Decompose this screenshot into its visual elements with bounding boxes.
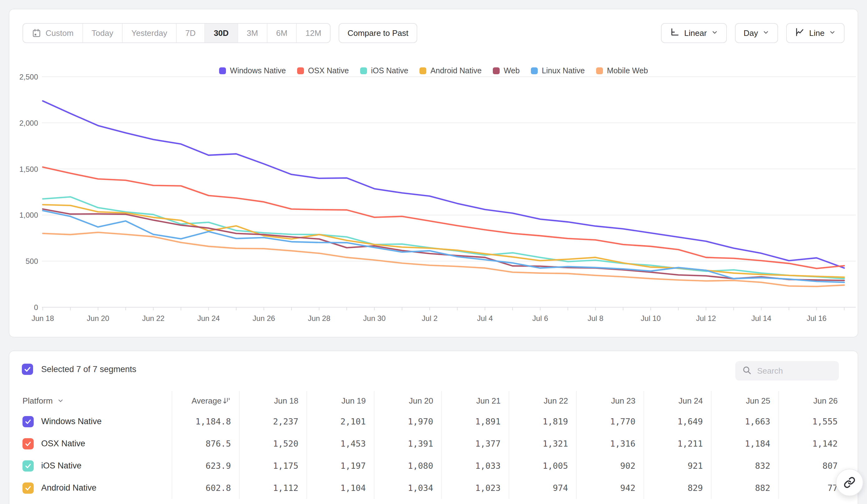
segment-checkbox[interactable] (22, 416, 34, 427)
table-value-cell: 1,520 (239, 432, 307, 455)
platform-row-label-cell: iOS Native (22, 455, 172, 477)
calendar-icon (32, 29, 41, 38)
legend-swatch (297, 67, 304, 74)
date-range-controls: CustomTodayYesterday7D30D3M6M12M Compare… (22, 23, 417, 43)
svg-text:2,000: 2,000 (19, 119, 38, 127)
column-header-label: Jun 18 (274, 396, 298, 406)
range-30d-button[interactable]: 30D (204, 24, 237, 42)
column-header-label: Jun 24 (678, 396, 703, 406)
platform-name: iOS Native (41, 461, 82, 471)
chevron-down-icon (829, 29, 836, 38)
date-column-header[interactable]: Jun 26 (778, 391, 846, 410)
range-3m-button[interactable]: 3M (237, 24, 267, 42)
svg-text:Jun 20: Jun 20 (87, 314, 109, 322)
chevron-down-icon (711, 29, 718, 38)
svg-text:Jul 10: Jul 10 (641, 314, 661, 322)
scale-dropdown[interactable]: Linear (661, 23, 727, 43)
svg-text:Jul 12: Jul 12 (696, 314, 716, 322)
select-all-checkbox[interactable] (22, 364, 33, 375)
table-value-cell: 974 (509, 477, 576, 499)
date-column-header[interactable]: Jun 24 (643, 391, 711, 410)
table-value-cell: 1,175 (239, 455, 307, 477)
compare-to-past-label: Compare to Past (347, 29, 408, 38)
segments-panel: Selected 7 of 7 segments PlatformAverage… (9, 351, 858, 504)
selected-segments-label: Selected 7 of 7 segments (41, 364, 136, 374)
chart-type-dropdown-label: Line (809, 29, 825, 38)
range-yesterday-button[interactable]: Yesterday (122, 24, 176, 42)
svg-text:Jun 26: Jun 26 (253, 314, 275, 322)
chart-panel: CustomTodayYesterday7D30D3M6M12M Compare… (9, 9, 858, 338)
date-range-segmented-control: CustomTodayYesterday7D30D3M6M12M (22, 23, 331, 43)
table-value-cell: 1,033 (441, 455, 509, 477)
column-header-label: Jun 21 (476, 396, 501, 406)
svg-text:Jun 24: Jun 24 (197, 314, 220, 322)
interval-dropdown[interactable]: Day (735, 23, 778, 43)
date-column-header[interactable]: Jun 23 (576, 391, 643, 410)
chart-toolbar: CustomTodayYesterday7D30D3M6M12M Compare… (22, 23, 845, 43)
table-value-cell: 1,034 (374, 477, 441, 499)
segment-checkbox[interactable] (22, 482, 34, 494)
range-7d-button[interactable]: 7D (176, 24, 204, 42)
date-column-header[interactable]: Jun 22 (509, 391, 576, 410)
segment-checkbox[interactable] (22, 460, 34, 472)
average-column-header[interactable]: Average (172, 391, 239, 410)
axis-linear-icon (670, 27, 680, 39)
segment-checkbox[interactable] (22, 438, 34, 449)
table-value-cell: 1,211 (643, 432, 711, 455)
svg-text:1,000: 1,000 (19, 211, 38, 219)
svg-text:1,500: 1,500 (19, 165, 38, 173)
table-value-cell: 1,321 (509, 432, 576, 455)
svg-text:Jul 2: Jul 2 (422, 314, 438, 322)
range-label: 6M (276, 29, 287, 38)
table-value-cell: 602.8 (172, 477, 239, 499)
legend-swatch (493, 67, 500, 74)
platform-column-header[interactable]: Platform (22, 391, 172, 410)
range-label: Custom (45, 29, 74, 38)
svg-text:0: 0 (34, 303, 38, 311)
table-value-cell: 832 (711, 455, 778, 477)
segments-header-row: Selected 7 of 7 segments (22, 364, 136, 375)
segments-search[interactable] (735, 361, 839, 381)
table-value-cell: 807 (778, 455, 846, 477)
date-column-header[interactable]: Jun 19 (307, 391, 374, 410)
date-column-header[interactable]: Jun 25 (711, 391, 778, 410)
svg-text:Jun 18: Jun 18 (32, 314, 54, 322)
link-icon (844, 476, 855, 489)
column-header-label: Jun 23 (611, 396, 635, 406)
column-header-label: Jun 25 (746, 396, 770, 406)
legend-swatch (360, 67, 367, 74)
sort-descending-icon (223, 397, 231, 405)
range-label: 30D (214, 29, 229, 38)
range-label: Today (92, 29, 113, 38)
range-label: Yesterday (131, 29, 167, 38)
table-value-cell: 1,184.8 (172, 410, 239, 432)
range-today-button[interactable]: Today (82, 24, 122, 42)
table-value-cell: 876.5 (172, 432, 239, 455)
legend-swatch (531, 67, 538, 74)
table-value-cell: 829 (643, 477, 711, 499)
table-value-cell: 1,005 (509, 455, 576, 477)
date-column-header[interactable]: Jun 21 (441, 391, 509, 410)
table-value-cell: 1,184 (711, 432, 778, 455)
range-6m-button[interactable]: 6M (267, 24, 296, 42)
compare-to-past-button[interactable]: Compare to Past (339, 23, 417, 43)
date-column-header[interactable]: Jun 20 (374, 391, 441, 410)
range-12m-button[interactable]: 12M (296, 24, 330, 42)
chart-type-dropdown[interactable]: Line (786, 23, 845, 43)
date-column-header[interactable]: Jun 18 (239, 391, 307, 410)
search-input[interactable] (757, 366, 832, 376)
column-header-label: Jun 26 (813, 396, 838, 406)
column-header-label: Average (192, 396, 222, 406)
table-value-cell: 942 (576, 477, 643, 499)
platform-header-label: Platform (22, 396, 53, 406)
range-custom-button[interactable]: Custom (23, 24, 82, 42)
copy-link-button[interactable] (836, 469, 863, 496)
platform-row-label-cell: OSX Native (22, 432, 172, 455)
legend-swatch (219, 67, 226, 74)
platform-row-label-cell: Android Native (22, 477, 172, 499)
line-chart[interactable]: 05001,0001,5002,0002,500Jun 18Jun 20Jun … (9, 74, 858, 329)
range-label: 3M (247, 29, 258, 38)
column-header-label: Jun 20 (409, 396, 433, 406)
chart-display-controls: Linear Day Line (661, 23, 845, 43)
table-value-cell: 1,377 (441, 432, 509, 455)
